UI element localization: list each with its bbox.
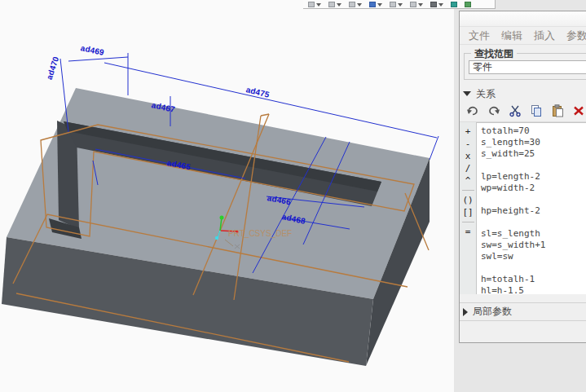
copy-button[interactable] [529, 104, 543, 118]
gray-tool-icon [328, 2, 335, 7]
green-tool-icon [465, 2, 471, 7]
chevron-down-icon[interactable] [316, 3, 321, 7]
operator-column: + - x / ^ () [] = [460, 122, 477, 294]
divide-operator-button[interactable]: / [461, 162, 475, 174]
local-params-title: 局部参数 [473, 305, 512, 319]
chevron-down-icon[interactable] [398, 3, 403, 7]
csys-cyan-dot [215, 236, 218, 240]
relations-code-area[interactable]: totalh=70 s_length=30 s_width=25 lp=leng… [477, 122, 586, 294]
dim-line-ad469 [68, 57, 128, 61]
toolbar-button[interactable] [328, 2, 341, 7]
minus-operator-button[interactable]: - [461, 138, 475, 150]
sketch-peak [261, 114, 269, 116]
collapse-triangle-icon [463, 91, 471, 96]
undo-button[interactable] [465, 104, 479, 118]
dialog-menubar: 文件 编辑 插入 参数 实 [460, 27, 586, 45]
chevron-down-icon[interactable] [418, 3, 423, 7]
relations-section-header[interactable]: 关系 [460, 87, 586, 100]
look-in-group: 查找范围 零件 [464, 53, 586, 80]
look-in-title: 查找范围 [471, 47, 517, 61]
3d-model [0, 0, 454, 392]
relations-dialog: 文件 编辑 插入 参数 实 查找范围 零件 关系 [459, 11, 586, 343]
cut-button[interactable] [508, 104, 522, 118]
gray-tool-icon [349, 2, 355, 7]
chevron-down-icon[interactable] [377, 3, 382, 7]
local-params-section-header[interactable]: 局部参数 [460, 302, 586, 321]
toolbar-button[interactable] [390, 2, 403, 7]
menu-edit[interactable]: 编辑 [501, 29, 522, 43]
chevron-down-icon[interactable] [357, 3, 362, 7]
toolbar-button[interactable] [465, 2, 471, 7]
gray-tool-icon [390, 2, 396, 7]
look-in-dropdown[interactable]: 零件 [469, 60, 586, 74]
brackets-button[interactable]: [] [461, 206, 475, 218]
relations-toolbar [460, 100, 586, 122]
toolbar-button[interactable] [451, 2, 457, 7]
toolbar-button[interactable] [308, 2, 321, 7]
equals-button[interactable]: = [461, 226, 475, 238]
power-operator-button[interactable]: ^ [461, 174, 475, 187]
menu-insert[interactable]: 插入 [534, 29, 555, 43]
dark-tool-icon [430, 2, 437, 7]
paste-button[interactable] [550, 104, 564, 118]
teal-tool-icon [451, 2, 457, 7]
menu-file[interactable]: 文件 [469, 29, 490, 43]
redo-icon [487, 104, 500, 117]
csys-green-dot [220, 216, 224, 220]
chevron-down-icon[interactable] [438, 3, 443, 7]
menu-params[interactable]: 参数 [566, 29, 586, 43]
paste-icon [551, 104, 564, 117]
app-window: ad469 ad470 ad475 ad467 ad465 ad466 ad46… [0, 0, 586, 392]
relations-title: 关系 [476, 87, 496, 101]
copy-icon [530, 104, 543, 117]
delete-button[interactable] [571, 104, 585, 118]
plus-operator-button[interactable]: + [461, 126, 475, 138]
gray-tool-icon [410, 2, 416, 7]
divider [462, 190, 474, 191]
parentheses-button[interactable]: () [461, 194, 475, 206]
toolbar-button[interactable] [349, 2, 362, 7]
divider [462, 222, 474, 222]
chevron-down-icon[interactable] [337, 3, 341, 7]
toolbar-button[interactable] [430, 2, 443, 7]
redo-button[interactable] [487, 104, 500, 118]
expand-triangle-icon [463, 308, 468, 316]
multiply-operator-button[interactable]: x [461, 150, 475, 162]
dim-ext-ad475 [430, 136, 438, 160]
dialog-titlebar [460, 11, 586, 27]
blue-panel-icon [369, 2, 376, 7]
top-toolbar [303, 0, 496, 9]
gray-tool-icon [308, 2, 315, 7]
toolbar-button[interactable] [369, 2, 382, 7]
toolbar-button[interactable] [410, 2, 423, 7]
undo-icon [466, 104, 479, 117]
scissors-icon [509, 104, 522, 117]
3d-viewport[interactable]: ad469 ad470 ad475 ad467 ad465 ad466 ad46… [0, 0, 454, 392]
csys-label[interactable]: PRT_CSYS_DEF [228, 229, 292, 238]
relations-editor: + - x / ^ () [] = totalh=70 s_length=30 … [460, 122, 586, 294]
relations-code[interactable]: totalh=70 s_length=30 s_width=25 lp=leng… [477, 123, 586, 294]
delete-x-icon [572, 104, 585, 117]
